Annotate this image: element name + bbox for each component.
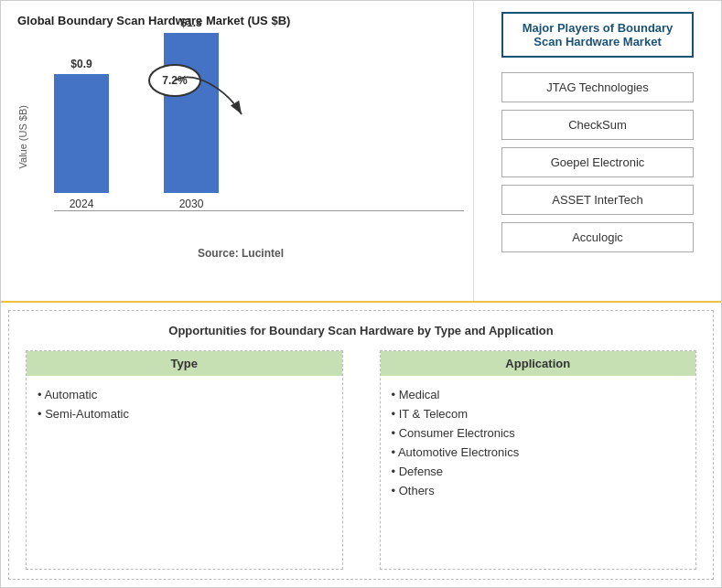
type-column: Type Automatic Semi-Automatic bbox=[26, 350, 343, 570]
player-item-4: Acculogic bbox=[501, 222, 694, 252]
chart-title: Global Boundary Scan Hardware Market (US… bbox=[17, 14, 464, 27]
type-item-0: Automatic bbox=[27, 385, 342, 404]
type-item-1: Semi-Automatic bbox=[27, 404, 342, 423]
bottom-section: Opportunities for Boundary Scan Hardware… bbox=[8, 310, 714, 580]
app-item-5: Others bbox=[381, 481, 696, 500]
application-column-header: Application bbox=[381, 351, 696, 376]
bar-value-2030: $1.3 bbox=[180, 16, 201, 29]
opportunities-title: Opportunities for Boundary Scan Hardware… bbox=[26, 324, 696, 337]
main-container: Global Boundary Scan Hardware Market (US… bbox=[0, 0, 722, 588]
bar-label-2030: 2030 bbox=[179, 198, 204, 210]
opportunities-columns: Type Automatic Semi-Automatic Applicatio… bbox=[26, 350, 696, 570]
chart-area: Global Boundary Scan Hardware Market (US… bbox=[1, 1, 474, 301]
player-item-0: JTAG Technologies bbox=[501, 72, 694, 102]
cagr-arrow-svg bbox=[86, 64, 269, 137]
bar-label-2024: 2024 bbox=[70, 198, 94, 210]
cagr-annotation: 7.2% bbox=[86, 64, 269, 137]
app-item-3: Automotive Electronics bbox=[381, 443, 696, 462]
bars-container: $0.9 2024 $1.3 2030 bbox=[36, 37, 464, 238]
bars-and-annotation: $0.9 2024 $1.3 2030 bbox=[36, 37, 464, 210]
app-item-4: Defense bbox=[381, 462, 696, 481]
application-column: Application Medical IT & Telecom Consume… bbox=[380, 350, 697, 570]
major-players-panel: Major Players of Boundary Scan Hardware … bbox=[474, 1, 721, 301]
top-section: Global Boundary Scan Hardware Market (US… bbox=[1, 1, 721, 303]
major-players-title: Major Players of Boundary Scan Hardware … bbox=[501, 12, 694, 58]
app-item-2: Consumer Electronics bbox=[381, 423, 696, 443]
app-item-0: Medical bbox=[381, 385, 696, 404]
x-axis-line bbox=[54, 210, 464, 211]
player-item-1: CheckSum bbox=[501, 110, 694, 140]
source-text: Source: Lucintel bbox=[17, 247, 464, 260]
y-axis-label: Value (US $B) bbox=[17, 105, 28, 169]
type-column-header: Type bbox=[27, 351, 342, 376]
player-item-2: Goepel Electronic bbox=[501, 147, 694, 177]
app-item-1: IT & Telecom bbox=[381, 404, 696, 423]
chart-wrapper: Value (US $B) $0.9 2024 $1.3 bbox=[17, 37, 464, 238]
player-item-3: ASSET InterTech bbox=[501, 185, 694, 215]
